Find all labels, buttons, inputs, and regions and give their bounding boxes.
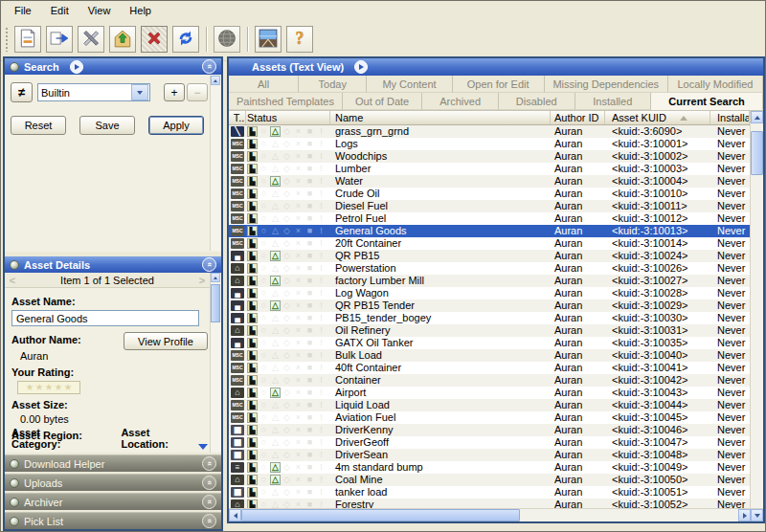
table-row[interactable]: ▄▙○△◇×■!PB15_tender_bogeyAuran<kuid:-3:1… (229, 312, 750, 324)
tab-today[interactable]: Today (299, 76, 367, 93)
expand-icon[interactable]: « (202, 476, 216, 490)
rating-stars[interactable]: ★★★★★ (17, 381, 80, 394)
table-row[interactable]: ▄▙○△◇×■!QR PB15 TenderAuran<kuid:-3:1002… (229, 299, 750, 312)
tab-missing-dependencies[interactable]: Missing Dependencies (545, 76, 668, 93)
table-row[interactable]: ⌂▙○△◇×■!Coal MineAuran<kuid:-3:10050>Nev… (229, 474, 750, 486)
table-row[interactable]: MSC▙○△◇×■!LogsAuran<kuid:-3:10001>Never (229, 138, 750, 150)
play-icon[interactable] (70, 60, 83, 74)
new-asset-button[interactable] (14, 26, 41, 53)
menu-file[interactable]: File (5, 2, 41, 19)
scroll-up-icon[interactable] (211, 273, 220, 282)
table-row[interactable]: ⌂▙○△◇×■!AirportAuran<kuid:-3:10043>Never (229, 387, 750, 399)
expand-icon[interactable]: « (202, 456, 216, 471)
tab-disabled[interactable]: Disabled (499, 93, 575, 110)
asset-name-field[interactable]: General Goods (11, 310, 199, 326)
collapsed-panel-pick-list[interactable]: Pick List« (5, 512, 221, 529)
tab-installed[interactable]: Installed (575, 93, 652, 110)
apply-button[interactable]: Apply (148, 116, 204, 135)
table-row[interactable]: MSC▙○△◇×■!General GoodsAuran<kuid:-3:100… (229, 225, 750, 237)
add-filter-button[interactable]: + (164, 83, 185, 101)
star-icon[interactable]: ★ (45, 383, 54, 392)
table-row[interactable]: MSC▙○△◇×■!WoodchipsAuran<kuid:-3:10002>N… (229, 150, 750, 163)
table-row[interactable]: ▦▙○△◇×■!tanker loadAuran<kuid:-3:10051>N… (229, 486, 750, 499)
horizontal-scrollbar-thumb[interactable] (241, 509, 520, 521)
expand-icon[interactable]: « (202, 514, 216, 528)
table-row[interactable]: ⌂▙○△◇×■!PowerstationAuran<kuid:-3:10026>… (229, 262, 750, 275)
railyard-view-button[interactable] (255, 26, 282, 53)
table-row[interactable]: MSC▙○△◇×■!LumberAuran<kuid:-3:10003>Neve… (229, 163, 750, 175)
edit-tools-button[interactable] (78, 26, 104, 53)
search-filter-combobox[interactable]: Builtin (37, 83, 150, 101)
save-button[interactable]: Save (79, 116, 135, 135)
table-row[interactable]: MSC▙○△◇×■!Aviation FuelAuran<kuid:-3:100… (229, 411, 750, 424)
table-row[interactable]: ▄▙○△◇×■!GATX Oil TankerAuran<kuid:-3:100… (229, 337, 750, 349)
column-header-t-[interactable]: T.. (229, 111, 246, 124)
column-header-status[interactable]: Status (246, 111, 330, 124)
scrollbar-thumb[interactable] (211, 284, 220, 322)
column-header-installatic[interactable]: Installatic (710, 111, 750, 124)
revert-button[interactable] (172, 26, 199, 53)
remove-filter-button[interactable]: − (187, 83, 208, 101)
scroll-down-icon[interactable] (751, 509, 763, 521)
help-button[interactable]: ? (286, 26, 313, 53)
tab-locally-modified[interactable]: Locally Modified (668, 76, 763, 93)
scroll-right-icon[interactable] (738, 509, 751, 521)
star-icon[interactable]: ★ (54, 383, 62, 392)
reset-button[interactable]: Reset (11, 116, 66, 135)
table-row[interactable]: ≡▙○△◇×■!4m standard bumpAuran<kuid:-3:10… (229, 461, 750, 474)
collapsed-panel-archiver[interactable]: Archiver« (5, 493, 221, 510)
table-row[interactable]: ▦▙○△◇×■!DriverKennyAuran<kuid:-3:10046>N… (229, 424, 750, 436)
horizontal-scrollbar[interactable] (229, 508, 763, 521)
table-row[interactable]: ⌂▙○△◇×■!ForestryAuran<kuid:-3:10052>Neve… (229, 499, 750, 508)
table-row[interactable]: MSC▙○△◇×■!Petrol FuelAuran<kuid:-3:10012… (229, 212, 750, 225)
tab-archived[interactable]: Archived (422, 93, 499, 110)
more-below-chevron-icon[interactable] (198, 444, 208, 450)
collapse-icon[interactable]: « (202, 59, 216, 74)
tab-all[interactable]: All (229, 76, 299, 93)
menu-help[interactable]: Help (120, 2, 161, 19)
vertical-scrollbar-thumb[interactable] (751, 131, 763, 175)
menu-edit[interactable]: Edit (41, 2, 79, 19)
table-row[interactable]: MSC▙○△◇×■!Crude OilAuran<kuid:-3:10010>N… (229, 188, 750, 200)
menu-view[interactable]: View (79, 2, 121, 19)
column-header-name[interactable]: Name (330, 111, 551, 124)
details-scrollbar[interactable] (210, 273, 221, 453)
play-icon[interactable] (354, 60, 368, 74)
star-icon[interactable]: ★ (26, 383, 34, 392)
next-item-button[interactable]: > (194, 275, 210, 286)
table-row[interactable]: ▄▙○△◇×■!QR PB15Auran<kuid:-3:10024>Never (229, 250, 750, 262)
import-button[interactable] (46, 26, 73, 53)
expand-icon[interactable]: « (202, 495, 216, 509)
table-row[interactable]: ╲▙○△◇×■!grass_grn_grndAuran<kuid:-3:6090… (229, 125, 750, 138)
view-profile-button[interactable]: View Profile (124, 332, 208, 350)
tab-open-for-edit[interactable]: Open for Edit (453, 76, 545, 93)
table-row[interactable]: ▄▙○△◇×■!Log WagonAuran<kuid:-3:10028>Nev… (229, 287, 750, 299)
tab-current-search[interactable]: Current Search (651, 93, 763, 110)
search-panel-header[interactable]: Search « (5, 58, 221, 75)
scroll-up-icon[interactable] (751, 111, 763, 123)
table-row[interactable]: MSC▙○△◇×■!WaterAuran<kuid:-3:10004>Never (229, 175, 750, 188)
table-row[interactable]: MSC▙○△◇×■!20ft ContainerAuran<kuid:-3:10… (229, 237, 750, 250)
star-icon[interactable]: ★ (35, 383, 44, 392)
collapsed-panel-download-helper[interactable]: Download Helper« (5, 454, 221, 472)
prev-item-button[interactable]: < (5, 275, 20, 286)
table-row[interactable]: MSC▙○△◇×■!ContainerAuran<kuid:-3:10042>N… (229, 374, 750, 387)
asset-details-header[interactable]: Asset Details « (5, 256, 221, 273)
search-scrollbar[interactable] (210, 76, 220, 251)
assets-panel-header[interactable]: Assets (Text View) (229, 58, 763, 76)
delete-button[interactable] (141, 26, 168, 53)
table-row[interactable]: MSC▙○△◇×■!Diesel FuelAuran<kuid:-3:10011… (229, 200, 750, 212)
star-icon[interactable]: ★ (63, 383, 72, 392)
table-row[interactable]: MSC▙○△◇×■!Liquid LoadAuran<kuid:-3:10044… (229, 399, 750, 411)
table-row[interactable]: ⌂▙○△◇×■!Oil RefineryAuran<kuid:-3:10031>… (229, 324, 750, 337)
tab-my-content[interactable]: My Content (367, 76, 452, 93)
collapsed-panel-uploads[interactable]: Uploads« (5, 474, 221, 491)
column-header-asset-kuid[interactable]: Asset KUID (605, 111, 710, 124)
commit-button[interactable] (109, 26, 136, 53)
scroll-left-icon[interactable] (229, 509, 241, 521)
column-header-author-id[interactable]: Author ID (551, 111, 605, 124)
vertical-scrollbar[interactable] (750, 111, 763, 508)
collapse-icon[interactable]: « (202, 257, 216, 272)
scroll-up-icon[interactable] (211, 76, 220, 85)
tab-paintshed-templates[interactable]: Paintshed Templates (229, 93, 343, 110)
